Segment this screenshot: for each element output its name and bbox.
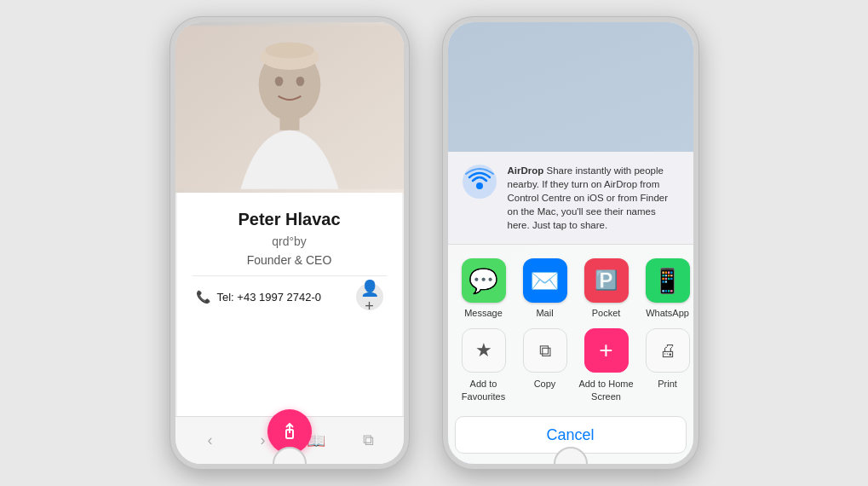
action-copy[interactable]: ⧉ Copy	[516, 328, 574, 402]
copy-label: Copy	[534, 378, 556, 390]
person-title: Founder & CEO	[193, 253, 387, 267]
svg-point-4	[296, 77, 304, 86]
app-whatsapp[interactable]: 📱 WhatsApp	[639, 258, 693, 318]
share-sheet: AirDrop Share instantly with people near…	[448, 152, 693, 464]
svg-rect-2	[279, 116, 299, 130]
svg-point-6	[265, 42, 313, 58]
airdrop-icon	[462, 164, 497, 200]
add-home-icon: +	[584, 328, 629, 373]
mail-label: Mail	[536, 308, 553, 318]
whatsapp-icon: 📱	[646, 258, 690, 303]
left-screen: Peter Hlavac qrd°by Founder & CEO 📞 Tel:…	[175, 22, 404, 464]
print-icon: 🖨	[646, 328, 690, 373]
card-body: Peter Hlavac qrd°by Founder & CEO 📞 Tel:…	[175, 193, 404, 416]
tel-row: 📞 Tel: +43 1997 2742-0 👤+	[193, 275, 387, 317]
add-home-label: Add to Home Screen	[578, 378, 635, 402]
airdrop-svg	[462, 164, 497, 200]
app-message[interactable]: 💬 Message	[455, 258, 513, 318]
svg-point-9	[476, 182, 483, 189]
pocket-icon: 🅿️	[584, 258, 629, 303]
main-container: Peter Hlavac qrd°by Founder & CEO 📞 Tel:…	[170, 17, 698, 469]
action-add-home[interactable]: + Add to Home Screen	[578, 328, 635, 402]
actions-row: ★ Add to Favourites ⧉ Copy + Add to Home…	[448, 325, 693, 413]
left-iphone: Peter Hlavac qrd°by Founder & CEO 📞 Tel:…	[170, 17, 409, 469]
app-pocket[interactable]: 🅿️ Pocket	[578, 258, 635, 318]
person-org: qrd°by	[193, 234, 387, 248]
action-favourites[interactable]: ★ Add to Favourites	[455, 328, 513, 402]
add-contact-button[interactable]: 👤+	[356, 283, 383, 310]
app-mail[interactable]: ✉️ Mail	[516, 258, 574, 318]
tel-text: Tel: +43 1997 2742-0	[217, 291, 349, 304]
profile-image	[175, 22, 404, 193]
favourites-icon: ★	[462, 328, 506, 373]
pocket-label: Pocket	[592, 308, 621, 318]
message-icon: 💬	[462, 258, 506, 303]
phone-icon: 📞	[196, 290, 210, 304]
print-label: Print	[658, 378, 677, 390]
whatsapp-label: WhatsApp	[646, 308, 689, 318]
back-button[interactable]: ‹	[197, 427, 224, 454]
message-label: Message	[464, 308, 503, 318]
apps-row: 💬 Message ✉️ Mail 🅿️ Pocket 📱 WhatsApp S	[448, 245, 693, 325]
copy-icon: ⧉	[523, 328, 567, 373]
airdrop-description: AirDrop Share instantly with people near…	[508, 164, 680, 232]
mail-icon: ✉️	[523, 258, 567, 303]
airdrop-title: AirDrop	[508, 165, 544, 176]
svg-point-3	[274, 77, 283, 86]
profile-photo	[175, 22, 404, 193]
airdrop-section: AirDrop Share instantly with people near…	[448, 152, 693, 245]
tabs-button[interactable]: ⧉	[355, 427, 382, 454]
person-name: Peter Hlavac	[193, 210, 387, 229]
favourites-label: Add to Favourites	[455, 378, 513, 402]
action-print[interactable]: 🖨 Print	[639, 328, 693, 402]
share-icon	[280, 422, 299, 441]
right-iphone: AirDrop Share instantly with people near…	[443, 17, 698, 469]
